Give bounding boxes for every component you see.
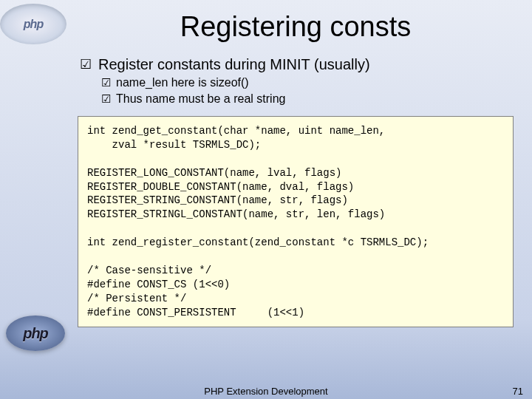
- slide-title: Registering consts: [78, 11, 514, 43]
- bullet-sub-2-text: Thus name must be a real string: [113, 92, 285, 106]
- page-number: 71: [513, 386, 523, 397]
- php-logo-small: php: [0, 4, 66, 44]
- code-block: int zend_get_constant(char *name, uint n…: [78, 116, 514, 327]
- bullet-sub-1: ☑ name_len here is sizeof(): [78, 76, 514, 89]
- bullet-main-text: Register constants during MINIT (usually…: [94, 56, 370, 73]
- footer-label: PHP Extension Development: [204, 386, 327, 397]
- php-logo-large: php: [6, 316, 65, 351]
- sidebar: php php: [0, 0, 66, 399]
- php-logo-text: php: [24, 18, 43, 31]
- bullet-sub-1-text: name_len here is sizeof(): [113, 76, 249, 89]
- check-icon: ☑: [98, 92, 113, 106]
- slide-content: Registering consts ☑ Register constants …: [66, 0, 532, 327]
- bullet-sub-2: ☑ Thus name must be a real string: [78, 92, 514, 106]
- php-logo-text-large: php: [23, 325, 48, 342]
- check-icon: ☑: [78, 56, 94, 72]
- slide-footer: PHP Extension Development 71: [0, 386, 532, 397]
- check-icon: ☑: [98, 76, 113, 89]
- bullet-main: ☑ Register constants during MINIT (usual…: [78, 56, 514, 73]
